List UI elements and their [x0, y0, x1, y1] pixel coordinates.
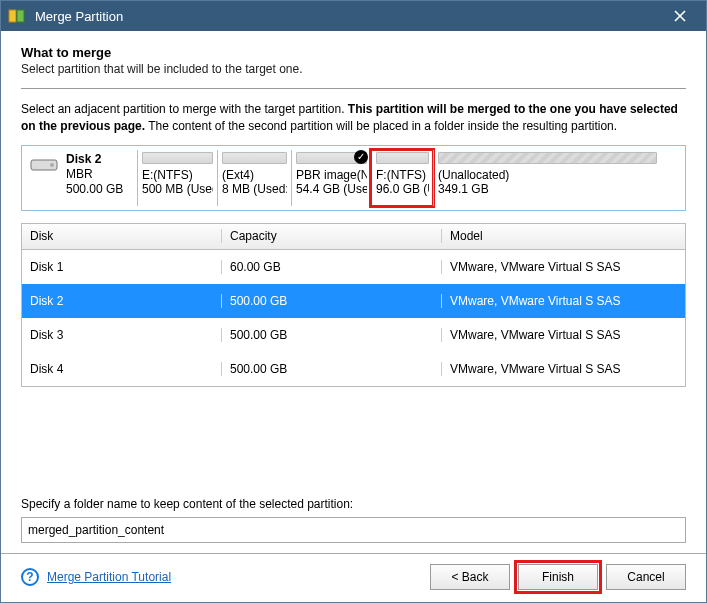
dialog-footer: ? Merge Partition Tutorial < Back Finish…: [1, 553, 706, 602]
partition-label: E:(NTFS): [142, 168, 213, 182]
table-body: Disk 160.00 GBVMware, VMware Virtual S S…: [22, 250, 685, 386]
cell-capacity: 500.00 GB: [222, 328, 442, 342]
cell-disk: Disk 3: [22, 328, 222, 342]
partition-label: (Ext4): [222, 168, 287, 182]
cell-model: VMware, VMware Virtual S SAS: [442, 294, 685, 308]
table-row[interactable]: Disk 3500.00 GBVMware, VMware Virtual S …: [22, 318, 685, 352]
cell-model: VMware, VMware Virtual S SAS: [442, 328, 685, 342]
divider: [21, 88, 686, 89]
titlebar: Merge Partition: [1, 1, 706, 31]
instruction-pre: Select an adjacent partition to merge wi…: [21, 102, 348, 116]
partition-usage-bar: [222, 152, 287, 164]
help-section: ? Merge Partition Tutorial: [21, 568, 171, 586]
svg-rect-1: [17, 10, 24, 22]
col-disk-header[interactable]: Disk: [22, 229, 222, 243]
merge-partition-dialog: Merge Partition What to merge Select par…: [0, 0, 707, 603]
partition-block[interactable]: F:(NTFS)96.0 GB (U: [371, 150, 433, 206]
finish-button[interactable]: Finish: [518, 564, 598, 590]
cell-capacity: 500.00 GB: [222, 294, 442, 308]
disk-layout-panel: Disk 2 MBR 500.00 GB E:(NTFS)500 MB (Use…: [21, 145, 686, 211]
col-model-header[interactable]: Model: [442, 229, 685, 243]
app-icon: [7, 6, 27, 26]
svg-rect-0: [9, 10, 16, 22]
partition-usage-bar: [438, 152, 657, 164]
partition-block[interactable]: ✓PBR image(N54.4 GB (Used: [291, 150, 371, 206]
back-button[interactable]: < Back: [430, 564, 510, 590]
table-row[interactable]: Disk 4500.00 GBVMware, VMware Virtual S …: [22, 352, 685, 386]
cell-disk: Disk 1: [22, 260, 222, 274]
disk-icon: [30, 156, 58, 174]
disk-name: Disk 2: [66, 152, 123, 167]
partition-usage-bar: [376, 152, 429, 164]
cell-model: VMware, VMware Virtual S SAS: [442, 362, 685, 376]
dialog-content: What to merge Select partition that will…: [1, 31, 706, 553]
folder-label: Specify a folder name to keep content of…: [21, 497, 686, 511]
page-subheading: Select partition that will be included t…: [21, 62, 686, 76]
partition-label: (Unallocated): [438, 168, 657, 182]
partition-size: 96.0 GB (U: [376, 182, 429, 196]
instruction-post: The content of the second partition will…: [145, 119, 617, 133]
disk-table: Disk Capacity Model Disk 160.00 GBVMware…: [21, 223, 686, 387]
cell-disk: Disk 4: [22, 362, 222, 376]
disk-size: 500.00 GB: [66, 182, 123, 197]
table-row[interactable]: Disk 160.00 GBVMware, VMware Virtual S S…: [22, 250, 685, 284]
disk-info: Disk 2 MBR 500.00 GB: [26, 150, 136, 206]
partition-usage-bar: [142, 152, 213, 164]
help-icon: ?: [21, 568, 39, 586]
cell-disk: Disk 2: [22, 294, 222, 308]
instruction-text: Select an adjacent partition to merge wi…: [21, 101, 686, 135]
partition-size: 500 MB (Used: [142, 182, 213, 196]
cell-capacity: 60.00 GB: [222, 260, 442, 274]
partition-block[interactable]: E:(NTFS)500 MB (Used: [137, 150, 217, 206]
partition-label: PBR image(N: [296, 168, 367, 182]
cell-capacity: 500.00 GB: [222, 362, 442, 376]
col-capacity-header[interactable]: Capacity: [222, 229, 442, 243]
partition-size: 349.1 GB: [438, 182, 657, 196]
window-title: Merge Partition: [35, 9, 660, 24]
svg-point-3: [50, 163, 54, 167]
partition-size: 54.4 GB (Used: [296, 182, 367, 196]
folder-name-input[interactable]: [21, 517, 686, 543]
checkmark-icon: ✓: [354, 150, 368, 164]
partition-block[interactable]: (Unallocated)349.1 GB: [433, 150, 661, 206]
partition-strip: E:(NTFS)500 MB (Used(Ext4)8 MB (Used: ✓P…: [137, 150, 681, 206]
partition-label: F:(NTFS): [376, 168, 429, 182]
cell-model: VMware, VMware Virtual S SAS: [442, 260, 685, 274]
table-header: Disk Capacity Model: [22, 224, 685, 250]
partition-block[interactable]: (Ext4)8 MB (Used:: [217, 150, 291, 206]
cancel-button[interactable]: Cancel: [606, 564, 686, 590]
tutorial-link[interactable]: Merge Partition Tutorial: [47, 570, 171, 584]
table-row[interactable]: Disk 2500.00 GBVMware, VMware Virtual S …: [22, 284, 685, 318]
disk-type: MBR: [66, 167, 123, 182]
close-button[interactable]: [660, 1, 700, 31]
page-heading: What to merge: [21, 45, 686, 60]
partition-size: 8 MB (Used:: [222, 182, 287, 196]
